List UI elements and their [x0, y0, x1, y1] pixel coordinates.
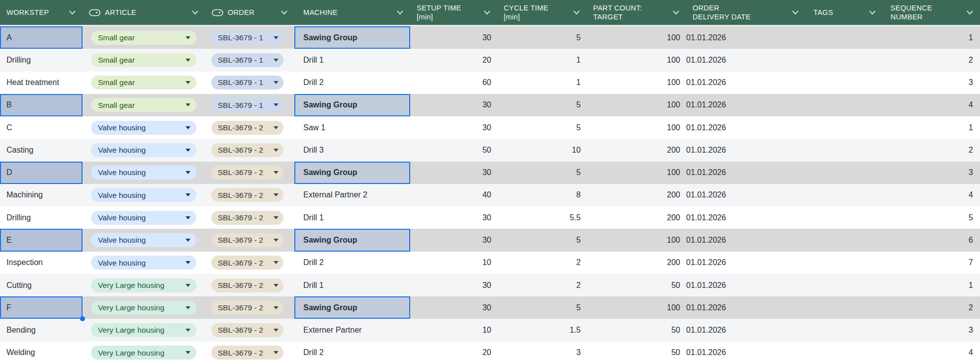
cell-workstep[interactable]: Drilling: [0, 206, 83, 229]
cell-tags[interactable]: [805, 49, 883, 71]
cell-delivery[interactable]: 01.01.2026: [686, 206, 805, 229]
order-select[interactable]: SBL-3679 - 2: [211, 301, 283, 315]
cell-setup[interactable]: 20: [410, 49, 497, 71]
cell-delivery[interactable]: 01.01.2026: [686, 72, 805, 94]
column-header-machine[interactable]: MACHINE: [294, 0, 410, 25]
cell-order[interactable]: SBL-3679 - 1: [205, 26, 294, 49]
cell-workstep[interactable]: Machining: [0, 184, 83, 206]
cell-sequence[interactable]: 4: [883, 94, 980, 116]
article-select[interactable]: Valve housing: [91, 188, 196, 202]
cell-cycle[interactable]: 5.5: [497, 206, 587, 229]
cell-cycle[interactable]: 5: [497, 229, 587, 251]
article-select[interactable]: Valve housing: [91, 143, 196, 157]
cell-part[interactable]: 100: [587, 162, 686, 184]
cell-delivery[interactable]: 01.01.2026: [686, 26, 805, 49]
cell-setup[interactable]: 50: [410, 139, 497, 161]
cell-order[interactable]: SBL-3679 - 2: [205, 116, 294, 139]
cell-tags[interactable]: [805, 319, 883, 341]
chevron-down-icon[interactable]: [792, 10, 799, 15]
cell-sequence[interactable]: 1: [883, 116, 980, 139]
cell-delivery[interactable]: 01.01.2026: [686, 296, 805, 319]
cell-cycle[interactable]: 8: [497, 184, 587, 206]
cell-part[interactable]: 200: [587, 252, 686, 274]
article-select[interactable]: Very Large housing: [91, 346, 196, 360]
cell-machine[interactable]: Drill 2: [294, 72, 410, 94]
cell-part[interactable]: 50: [587, 319, 686, 341]
article-select[interactable]: Small gear: [91, 98, 196, 112]
cell-workstep[interactable]: Bending: [0, 319, 83, 341]
cell-article[interactable]: Very Large housing: [83, 319, 205, 341]
chevron-down-icon[interactable]: [673, 10, 679, 15]
cell-article[interactable]: Very Large housing: [83, 274, 205, 296]
cell-part[interactable]: 100: [587, 229, 686, 251]
cell-sequence[interactable]: 3: [883, 319, 980, 341]
cell-cycle[interactable]: 5: [497, 162, 587, 184]
order-select[interactable]: SBL-3679 - 1: [211, 76, 283, 90]
cell-sequence[interactable]: 6: [883, 229, 980, 251]
cell-order[interactable]: SBL-3679 - 2: [205, 206, 294, 229]
chevron-down-icon[interactable]: [967, 10, 973, 15]
article-select[interactable]: Valve housing: [91, 233, 196, 247]
cell-workstep[interactable]: B: [0, 94, 83, 116]
cell-part[interactable]: 100: [587, 94, 686, 116]
cell-sequence[interactable]: 4: [883, 342, 980, 364]
chevron-down-icon[interactable]: [869, 10, 876, 15]
cell-article[interactable]: Valve housing: [83, 206, 205, 229]
cell-machine[interactable]: Sawing Group: [294, 296, 410, 319]
cell-cycle[interactable]: 5: [497, 116, 587, 139]
cell-setup[interactable]: 30: [410, 296, 497, 319]
cell-setup[interactable]: 60: [410, 72, 497, 94]
article-select[interactable]: Very Large housing: [91, 323, 196, 337]
cell-article[interactable]: Valve housing: [83, 162, 205, 184]
order-select[interactable]: SBL-3679 - 2: [211, 121, 283, 135]
cell-article[interactable]: Small gear: [83, 72, 205, 94]
order-select[interactable]: SBL-3679 - 2: [211, 233, 283, 247]
cell-sequence[interactable]: 7: [883, 252, 980, 274]
cell-machine[interactable]: Drill 3: [294, 139, 410, 161]
cell-sequence[interactable]: 4: [883, 184, 980, 206]
cell-tags[interactable]: [805, 72, 883, 94]
cell-sequence[interactable]: 3: [883, 162, 980, 184]
cell-order[interactable]: SBL-3679 - 2: [205, 252, 294, 274]
cell-workstep[interactable]: F: [0, 296, 83, 319]
cell-article[interactable]: Very Large housing: [83, 342, 205, 364]
order-select[interactable]: SBL-3679 - 2: [211, 278, 283, 292]
column-header-delivery[interactable]: ORDER DELIVERY DATE: [686, 0, 805, 25]
cell-delivery[interactable]: 01.01.2026: [686, 184, 805, 206]
cell-cycle[interactable]: 2: [497, 274, 587, 296]
cell-sequence[interactable]: 2: [883, 139, 980, 161]
cell-tags[interactable]: [805, 342, 883, 364]
cell-workstep[interactable]: Inspection: [0, 252, 83, 274]
cell-sequence[interactable]: 1: [883, 274, 980, 296]
cell-tags[interactable]: [805, 139, 883, 161]
article-select[interactable]: Valve housing: [91, 211, 196, 225]
cell-part[interactable]: 100: [587, 72, 686, 94]
column-header-part[interactable]: PART COUNT: TARGET: [587, 0, 686, 25]
cell-delivery[interactable]: 01.01.2026: [686, 342, 805, 364]
cell-tags[interactable]: [805, 296, 883, 319]
cell-tags[interactable]: [805, 252, 883, 274]
cell-setup[interactable]: 30: [410, 274, 497, 296]
cell-article[interactable]: Valve housing: [83, 116, 205, 139]
cell-cycle[interactable]: 5: [497, 94, 587, 116]
order-select[interactable]: SBL-3679 - 2: [211, 143, 283, 157]
cell-workstep[interactable]: Welding: [0, 342, 83, 364]
cell-machine[interactable]: Sawing Group: [294, 162, 410, 184]
cell-article[interactable]: Small gear: [83, 26, 205, 49]
article-select[interactable]: Small gear: [91, 76, 196, 90]
cell-cycle[interactable]: 3: [497, 342, 587, 364]
cell-order[interactable]: SBL-3679 - 2: [205, 184, 294, 206]
column-header-workstep[interactable]: WORKSTEP: [0, 0, 83, 25]
cell-workstep[interactable]: D: [0, 162, 83, 184]
cell-workstep[interactable]: A: [0, 26, 83, 49]
cell-workstep[interactable]: E: [0, 229, 83, 251]
cell-part[interactable]: 100: [587, 116, 686, 139]
cell-machine[interactable]: Drill 1: [294, 274, 410, 296]
cell-delivery[interactable]: 01.01.2026: [686, 229, 805, 251]
cell-setup[interactable]: 20: [410, 342, 497, 364]
cell-cycle[interactable]: 1: [497, 72, 587, 94]
cell-delivery[interactable]: 01.01.2026: [686, 116, 805, 139]
article-select[interactable]: Small gear: [91, 53, 196, 67]
chevron-down-icon[interactable]: [281, 10, 287, 15]
article-select[interactable]: Valve housing: [91, 121, 196, 135]
